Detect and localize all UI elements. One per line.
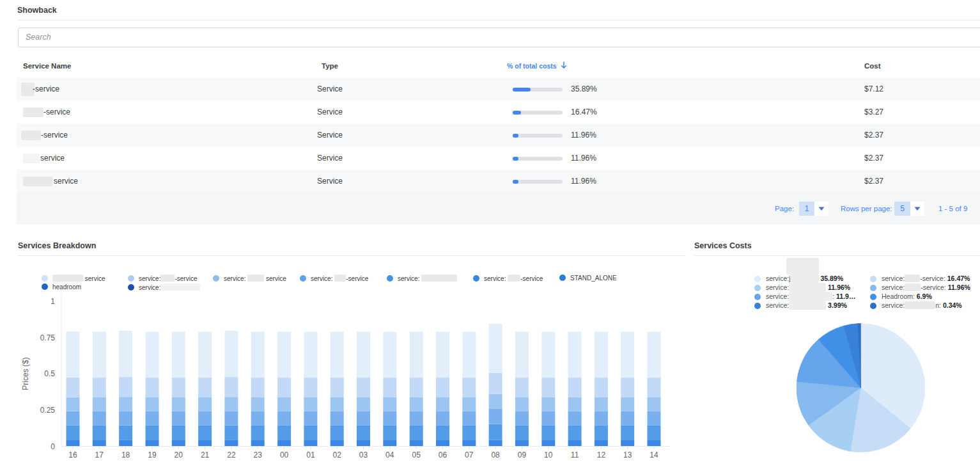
svg-text:14: 14 — [649, 451, 658, 459]
svg-text:13: 13 — [623, 451, 632, 459]
svg-text:0: 0 — [51, 442, 55, 451]
svg-text:01: 01 — [306, 451, 315, 459]
svg-text:0.25: 0.25 — [40, 406, 56, 415]
svg-text:19: 19 — [148, 451, 157, 459]
svg-text:08: 08 — [491, 451, 500, 459]
svg-text:18: 18 — [121, 451, 130, 459]
svg-text:0.75: 0.75 — [40, 333, 56, 342]
svg-text:Prices ($): Prices ($) — [21, 357, 30, 390]
svg-text:17: 17 — [95, 451, 104, 459]
svg-text:11: 11 — [571, 451, 579, 459]
svg-text:10: 10 — [544, 451, 553, 459]
svg-text:12: 12 — [597, 451, 606, 459]
svg-text:02: 02 — [333, 451, 342, 459]
svg-text:06: 06 — [439, 451, 447, 459]
svg-text:20: 20 — [175, 451, 183, 459]
svg-text:21: 21 — [201, 451, 210, 459]
svg-text:00: 00 — [280, 451, 289, 459]
svg-text:03: 03 — [359, 451, 368, 459]
svg-text:1: 1 — [51, 297, 55, 306]
svg-text:07: 07 — [465, 451, 474, 459]
svg-text:05: 05 — [412, 451, 421, 459]
svg-text:09: 09 — [518, 451, 527, 459]
svg-text:22: 22 — [227, 451, 236, 459]
svg-text:23: 23 — [254, 451, 263, 459]
svg-text:04: 04 — [385, 451, 394, 459]
svg-text:0.5: 0.5 — [44, 369, 55, 378]
svg-text:16: 16 — [68, 451, 77, 459]
